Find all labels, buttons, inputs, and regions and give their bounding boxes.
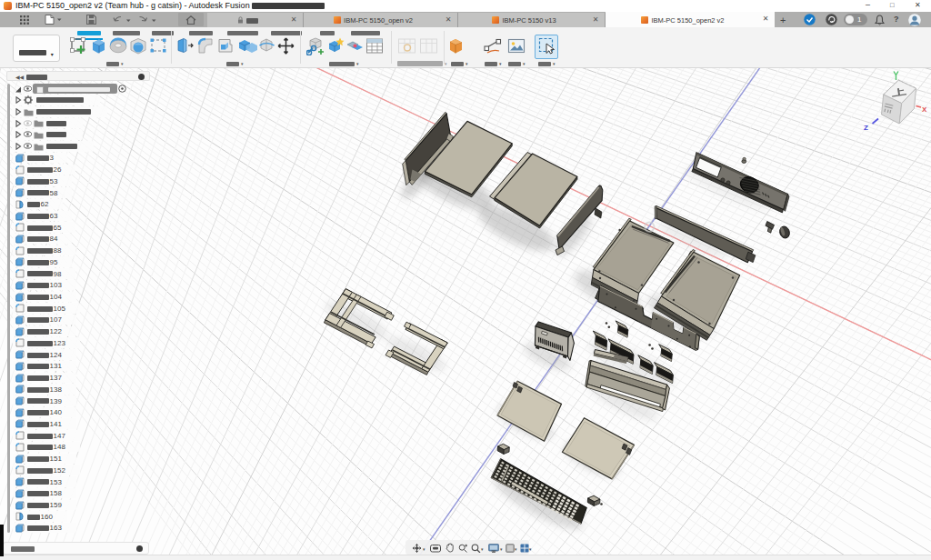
- svg-text:Z: Z: [864, 124, 868, 132]
- svg-text:X: X: [922, 105, 927, 114]
